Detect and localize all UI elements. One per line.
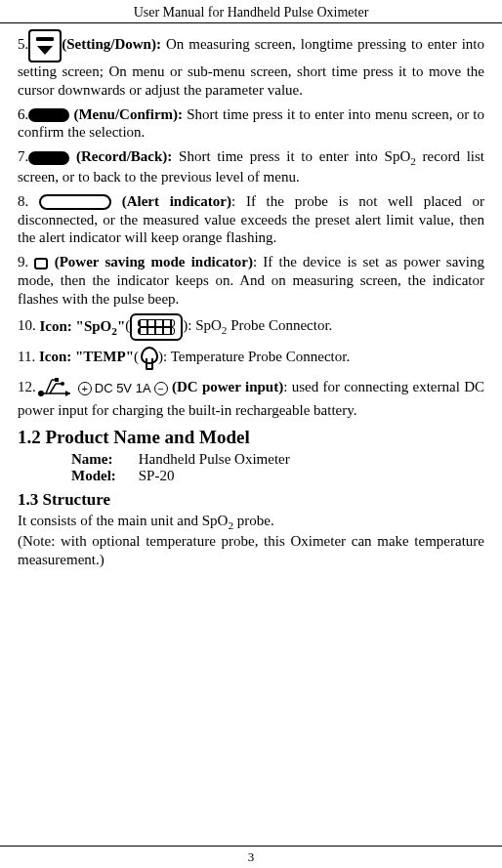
item-12: 12. + DC 5V 1A − (DC power input): used … <box>18 376 484 420</box>
item-10-label-post: " <box>117 318 125 334</box>
item-10-text-after: Probe Connector. <box>227 318 332 334</box>
dc-voltage-text: DC 5V 1A <box>95 381 151 396</box>
item-6-label: (Menu/Confirm): <box>69 106 183 122</box>
item-12-number: 12. <box>18 380 36 395</box>
item-6: 6. (Menu/Confirm): Short time press it t… <box>18 105 484 143</box>
section-1-2-heading: 1.2 Product Name and Model <box>18 427 484 448</box>
record-back-icon <box>28 151 69 165</box>
temp-connector-icon <box>139 347 158 370</box>
item-11-number: 11. <box>18 350 39 365</box>
page-header: User Manual for Handheld Pulse Oximeter <box>0 0 502 23</box>
item-7: 7. (Record/Back): Short time press it to… <box>18 147 484 186</box>
minus-icon: − <box>154 382 168 395</box>
item-6-number: 6. <box>18 106 28 122</box>
item-5-number: 5. <box>18 36 28 52</box>
section-1-3-heading: 1.3 Structure <box>18 490 484 510</box>
usb-icon <box>36 376 75 401</box>
svg-rect-8 <box>55 378 59 382</box>
item-10-text: ): SpO <box>183 318 222 334</box>
svg-point-5 <box>61 382 64 386</box>
structure-line2: (Note: with optional temperature probe, … <box>18 533 484 567</box>
page-content: 5.(Setting/Down): On measuring screen, l… <box>0 23 502 846</box>
model-label: Model: <box>71 468 135 484</box>
svg-marker-2 <box>65 391 70 396</box>
item-8-number: 8. <box>18 193 39 209</box>
item-9-label: (Power saving mode indicator) <box>48 254 253 269</box>
item-8: 8. (Alert indicator): If the probe is no… <box>18 192 484 247</box>
structure-line1-post: probe. <box>233 513 274 528</box>
item-11-text: ): Temperature Probe Connector. <box>158 350 350 365</box>
item-5: 5.(Setting/Down): On measuring screen, l… <box>18 29 484 100</box>
item-10-number: 10. <box>18 318 40 334</box>
name-value: Handheld Pulse Oximeter <box>139 451 290 467</box>
item-7-number: 7. <box>18 148 28 164</box>
item-10-label-pre: Icon: "SpO <box>40 318 112 334</box>
item-11: 11. Icon: "TEMP"(): Temperature Probe Co… <box>18 347 484 370</box>
product-name-row: Name: Handheld Pulse Oximeter <box>71 451 484 468</box>
name-label: Name: <box>71 451 135 468</box>
page-footer: 3 <box>0 846 502 868</box>
spo2-connector-icon <box>130 313 183 341</box>
item-7-text: Short time press it to enter into SpO <box>172 148 410 164</box>
menu-confirm-icon <box>28 108 69 122</box>
product-model-row: Model: SP-20 <box>71 468 484 484</box>
item-9-number: 9. <box>18 254 34 269</box>
section-1-3-body: It consists of the main unit and SpO2 pr… <box>18 512 484 569</box>
alert-indicator-icon <box>39 194 111 210</box>
model-value: SP-20 <box>139 468 175 483</box>
plus-icon: + <box>78 382 92 395</box>
item-8-label: (Alert indicator) <box>111 193 231 209</box>
dc-power-icon: + DC 5V 1A − <box>36 376 168 401</box>
item-10: 10. Icon: "SpO2"(): SpO2 Probe Connector… <box>18 313 484 341</box>
item-11-label: Icon: "TEMP" <box>39 350 134 365</box>
svg-line-3 <box>50 384 56 393</box>
item-5-label: (Setting/Down): <box>62 36 161 52</box>
power-saving-icon <box>34 258 48 269</box>
item-9: 9. (Power saving mode indicator): If the… <box>18 253 484 308</box>
setting-down-icon <box>28 29 62 62</box>
item-12-label: (DC power input) <box>168 380 284 395</box>
item-7-label: (Record/Back): <box>69 148 172 164</box>
structure-line1-pre: It consists of the main unit and SpO <box>18 513 228 528</box>
